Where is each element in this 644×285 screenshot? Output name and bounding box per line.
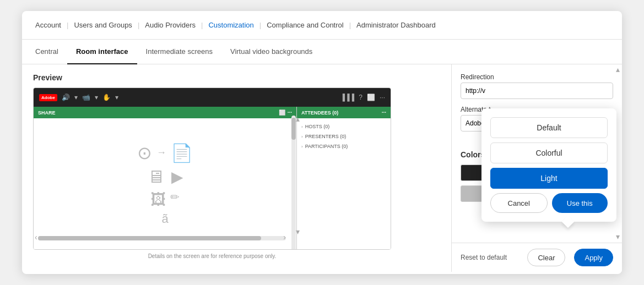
top-navigation: Account | Users and Groups | Audio Provi… (22, 11, 622, 40)
hosts-group[interactable]: › HOSTS (0) (297, 122, 391, 131)
attendees-list: › HOSTS (0) › PRESENTERS (0) › PARTICIPA… (297, 118, 391, 250)
scroll-right-arrow[interactable]: › (283, 233, 286, 242)
help-icon[interactable]: ? (359, 94, 362, 101)
image-icon: 🖼 (150, 190, 166, 209)
tab-central[interactable]: Central (35, 40, 67, 64)
room-body: SHARE ⬜ ··· ⊙ → 📄 (34, 107, 391, 250)
nav-account[interactable]: Account (35, 21, 67, 29)
scroll-left-arrow[interactable]: ‹ (35, 233, 37, 242)
chevron-down-icon-3: ▾ (115, 94, 118, 101)
room-preview: Adobe 🔊 ▾ 📹 ▾ ✋ ▾ ▐▐▐ ? ⬜ ··· (33, 87, 391, 250)
vertical-scroll-thumb (291, 118, 296, 140)
more-options-icon[interactable]: ··· (380, 94, 385, 101)
presenters-label: PRESENTERS (0) (305, 134, 347, 139)
participants-chevron-icon: › (301, 144, 303, 149)
share-more-icon[interactable]: ··· (288, 109, 292, 116)
nav-compliance-control[interactable]: Compliance and Control (261, 21, 349, 29)
hosts-chevron-icon: › (301, 124, 303, 129)
preview-panel: Preview Adobe 🔊 ▾ 📹 ▾ ✋ ▾ ▐▐▐ ? ⬜ ··· (22, 64, 451, 272)
attendees-more-icon[interactable]: ··· (382, 109, 386, 116)
share-screen-icon[interactable]: ⬜ (279, 109, 285, 116)
monitor-icon: 🖥 (147, 167, 165, 187)
share-label: SHARE (38, 110, 56, 116)
illustration-row-2: 🖥 ▶ (147, 167, 183, 187)
theme-actions: Cancel Use this (490, 193, 608, 213)
main-content: Preview Adobe 🔊 ▾ 📹 ▾ ✋ ▾ ▐▐▐ ? ⬜ ··· (22, 64, 622, 272)
hosts-label: HOSTS (0) (305, 124, 330, 129)
reset-to-default-link[interactable]: Reset to default (461, 254, 507, 261)
apply-button[interactable]: Apply (574, 249, 613, 266)
share-panel-content: ⊙ → 📄 🖥 ▶ 🖼 ✏ (34, 118, 296, 250)
play-circle-icon: ▶ (171, 168, 183, 186)
tab-virtual-video-backgrounds[interactable]: Virtual video backgrounds (221, 40, 321, 64)
text-icon: ã (161, 212, 168, 226)
right-panel-scroll-down[interactable]: ▾ (616, 232, 620, 242)
nav-audio-providers[interactable]: Audio Providers (139, 21, 201, 29)
adobe-logo: Adobe (39, 94, 57, 101)
redirection-label: Redirection (461, 73, 613, 81)
hand-icon[interactable]: ✋ (102, 94, 111, 101)
details-text: Details on the screen are for reference … (33, 253, 391, 259)
room-bar: Adobe 🔊 ▾ 📹 ▾ ✋ ▾ ▐▐▐ ? ⬜ ··· (34, 88, 391, 107)
share-illustration: ⊙ → 📄 🖥 ▶ 🖼 ✏ (137, 142, 193, 226)
redirection-input[interactable] (461, 83, 613, 99)
illustration-icons: ⊙ → 📄 (137, 142, 193, 163)
attendees-header-icons: ··· (382, 109, 386, 116)
main-window: Account | Users and Groups | Audio Provi… (22, 11, 622, 274)
right-panel-scroll-up[interactable]: ▴ (616, 64, 620, 74)
theme-colorful-option[interactable]: Colorful (490, 142, 608, 163)
nav-customization[interactable]: Customization (203, 21, 259, 29)
signal-icon: ▐▐▐ (340, 94, 355, 101)
nav-users-groups[interactable]: Users and Groups (68, 21, 138, 29)
tab-room-interface[interactable]: Room interface (67, 40, 137, 64)
share-panel: SHARE ⬜ ··· ⊙ → 📄 (34, 107, 297, 250)
clear-button[interactable]: Clear (527, 249, 565, 266)
person-circle-icon: ⊙ (137, 142, 152, 163)
share-panel-header: SHARE ⬜ ··· (34, 107, 296, 118)
horizontal-scrollbar[interactable] (38, 236, 286, 240)
pen-icon: ✏ (170, 190, 180, 209)
attendees-label: ATTENDEES (0) (301, 110, 338, 116)
theme-cancel-button[interactable]: Cancel (490, 193, 548, 213)
share-header-icons: ⬜ ··· (279, 109, 292, 116)
scroll-down-arrow[interactable]: ▾ (296, 227, 300, 236)
theme-light-option[interactable]: Light (490, 168, 608, 189)
presenters-group[interactable]: › PRESENTERS (0) (297, 131, 391, 141)
chevron-down-icon-1: ▾ (74, 94, 78, 101)
presenters-chevron-icon: › (301, 134, 303, 139)
document-icon: 📄 (171, 142, 193, 163)
illustration-row-4: ã (161, 212, 168, 226)
sub-navigation: Central Room interface Intermediate scre… (22, 40, 622, 64)
arrow-right-icon: → (156, 147, 166, 158)
participants-group[interactable]: › PARTICIPANTS (0) (297, 141, 391, 151)
camera-icon[interactable]: 📹 (82, 94, 90, 101)
action-buttons: Clear Apply (523, 249, 613, 266)
attendees-header: ATTENDEES (0) ··· (297, 107, 391, 118)
illustration-row-3: 🖼 ✏ (150, 190, 180, 209)
theme-dropdown: Default Colorful Light Cancel Use this (481, 108, 616, 222)
speaker-icon[interactable]: 🔊 (62, 94, 70, 101)
screen-share-icon[interactable]: ⬜ (367, 94, 375, 101)
vertical-scrollbar[interactable] (291, 116, 296, 250)
right-panel-bottom-bar: Reset to default Clear Apply (452, 243, 622, 272)
tab-intermediate-screens[interactable]: Intermediate screens (137, 40, 221, 64)
theme-use-button[interactable]: Use this (552, 193, 608, 213)
nav-admin-dashboard[interactable]: Administrator Dashboard (351, 21, 441, 29)
horizontal-scroll-thumb (38, 236, 261, 240)
scroll-up-arrow[interactable]: ▴ (296, 114, 300, 123)
attendees-panel: ATTENDEES (0) ··· › HOSTS (0) › (297, 107, 391, 250)
theme-default-option[interactable]: Default (490, 117, 608, 138)
participants-label: PARTICIPANTS (0) (305, 144, 348, 149)
preview-title: Preview (33, 73, 440, 82)
chevron-down-icon-2: ▾ (95, 94, 98, 101)
